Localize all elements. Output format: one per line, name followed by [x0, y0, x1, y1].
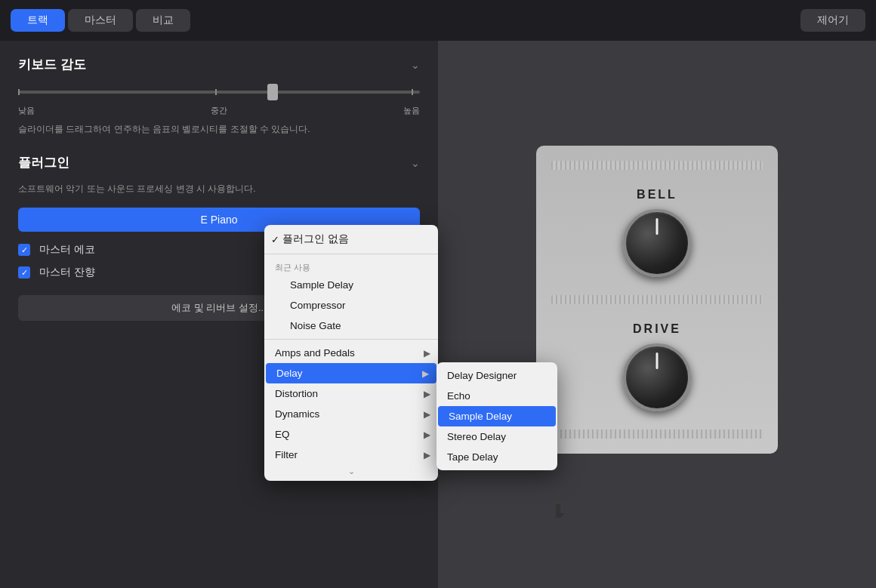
label-low: 낮음	[18, 105, 35, 116]
amps-pedals-arrow-icon: ▶	[424, 348, 430, 359]
recent-item-2-label: Noise Gate	[290, 320, 341, 331]
delay-arrow-icon: ▶	[422, 368, 429, 379]
keyboard-description: 슬라이더를 드래그하여 연주하는 음표의 벨로시티를 조절할 수 있습니다.	[18, 122, 420, 136]
slider-thumb[interactable]	[267, 84, 278, 100]
no-plugin-label: 플러그인 없음	[282, 232, 349, 246]
submenu-item-sample-delay[interactable]: Sample Delay	[438, 406, 556, 426]
slider-tick-high	[412, 89, 413, 95]
filter-label: Filter	[275, 449, 298, 460]
amp-unit: BELL DRIVE	[536, 146, 778, 454]
tape-delay-label: Tape Delay	[447, 451, 498, 463]
tab-track[interactable]: 트랙	[11, 9, 65, 32]
drive-knob[interactable]	[623, 343, 691, 411]
menu-item-no-plugin[interactable]: ✓ 플러그인 없음	[264, 228, 438, 251]
master-echo-checkbox[interactable]	[18, 244, 30, 256]
tab-compare[interactable]: 비교	[136, 9, 190, 32]
submenu-item-delay-designer[interactable]: Delay Designer	[436, 365, 557, 386]
menu-separator-2	[264, 339, 438, 340]
submenu-item-echo[interactable]: Echo	[436, 386, 557, 406]
keyboard-section-header[interactable]: 키보드 감도 ⌄	[18, 56, 420, 73]
menu-item-sample-delay-recent[interactable]: Sample Delay	[264, 275, 438, 295]
menu-item-amps-pedals[interactable]: Amps and Pedals ▶	[264, 343, 438, 363]
keyboard-chevron-icon: ⌄	[411, 59, 420, 71]
controller-button[interactable]: 제어기	[800, 9, 865, 32]
menu-item-eq[interactable]: EQ ▶	[264, 424, 438, 445]
menu-item-filter[interactable]: Filter ▶	[264, 445, 438, 465]
recent-item-0-label: Sample Delay	[290, 279, 353, 291]
dynamics-arrow-icon: ▶	[424, 409, 430, 420]
delay-label: Delay	[276, 368, 303, 379]
menu-check-icon: ✓	[267, 234, 282, 245]
delay-submenu: Delay Designer Echo Sample Delay Stereo …	[436, 362, 557, 470]
plugin-chevron-icon: ⌄	[411, 157, 420, 169]
keyboard-section: 키보드 감도 ⌄ 낮음 중간 높음 슬라이더를 드래그하여 연주하는 음표의 벨…	[18, 56, 420, 136]
plugin-section-header[interactable]: 플러그인 ⌄	[18, 154, 420, 171]
amp-ridges-bottom	[551, 429, 763, 439]
master-reverb-checkbox[interactable]	[18, 266, 30, 279]
menu-item-delay[interactable]: Delay ▶	[266, 363, 436, 383]
slider-tick-low	[18, 89, 20, 95]
delay-designer-label: Delay Designer	[447, 370, 517, 381]
echo-label: Echo	[447, 390, 470, 402]
plugin-section-title: 플러그인	[18, 154, 69, 171]
sample-delay-label: Sample Delay	[449, 411, 512, 422]
slider-track	[18, 91, 420, 94]
bell-label: BELL	[637, 188, 677, 202]
recent-section-label: 최근 사용	[264, 257, 438, 275]
eq-arrow-icon: ▶	[424, 429, 430, 440]
distortion-arrow-icon: ▶	[424, 389, 430, 399]
main-layout: 키보드 감도 ⌄ 낮음 중간 높음 슬라이더를 드래그하여 연주하는 음표의 벨…	[0, 41, 876, 588]
bell-knob[interactable]	[623, 209, 691, 277]
amps-pedals-label: Amps and Pedals	[275, 347, 355, 359]
distortion-label: Distortion	[275, 388, 318, 399]
recent-item-1-label: Compressor	[290, 300, 346, 311]
plugin-context-menu: ✓ 플러그인 없음 최근 사용 Sample Delay Compressor …	[264, 225, 438, 481]
drive-label: DRIVE	[633, 322, 681, 336]
keyboard-section-title: 키보드 감도	[18, 56, 86, 73]
menu-item-noise-gate[interactable]: Noise Gate	[264, 316, 438, 336]
plugin-description: 소프트웨어 악기 또는 사운드 프로세싱 변경 시 사용합니다.	[18, 182, 420, 195]
label-high: 높음	[403, 105, 420, 116]
tab-master[interactable]: 마스터	[68, 9, 133, 32]
menu-item-distortion[interactable]: Distortion ▶	[264, 383, 438, 404]
submenu-item-tape-delay[interactable]: Tape Delay	[436, 447, 557, 467]
drive-knob-section: DRIVE	[551, 322, 763, 411]
amp-ridges-mid	[551, 295, 763, 304]
slider-labels: 낮음 중간 높음	[18, 105, 420, 116]
submenu-item-stereo-delay[interactable]: Stereo Delay	[436, 426, 557, 447]
right-panel: BELL DRIVE	[438, 41, 876, 588]
eq-label: EQ	[275, 429, 290, 440]
velocity-slider[interactable]	[18, 84, 420, 100]
menu-separator-1	[264, 254, 438, 254]
filter-arrow-icon: ▶	[424, 450, 430, 460]
slider-tick-mid	[215, 89, 217, 95]
label-mid: 중간	[211, 105, 227, 116]
stereo-delay-label: Stereo Delay	[447, 431, 506, 442]
top-bar: 트랙 마스터 비교 제어기	[0, 0, 876, 41]
menu-item-compressor[interactable]: Compressor	[264, 295, 438, 316]
tab-group: 트랙 마스터 비교	[11, 9, 190, 32]
menu-item-dynamics[interactable]: Dynamics ▶	[264, 404, 438, 424]
amp-ridges-top	[551, 161, 763, 170]
dynamics-label: Dynamics	[275, 408, 319, 420]
scroll-indicator: ⌄	[264, 465, 438, 478]
bell-knob-section: BELL	[551, 188, 763, 277]
